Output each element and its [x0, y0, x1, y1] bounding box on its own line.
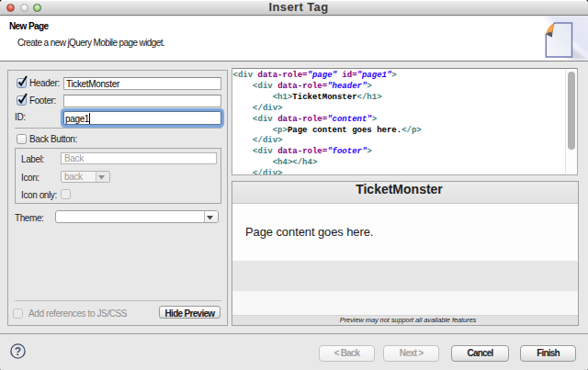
svg-text:?: ?	[15, 345, 21, 358]
